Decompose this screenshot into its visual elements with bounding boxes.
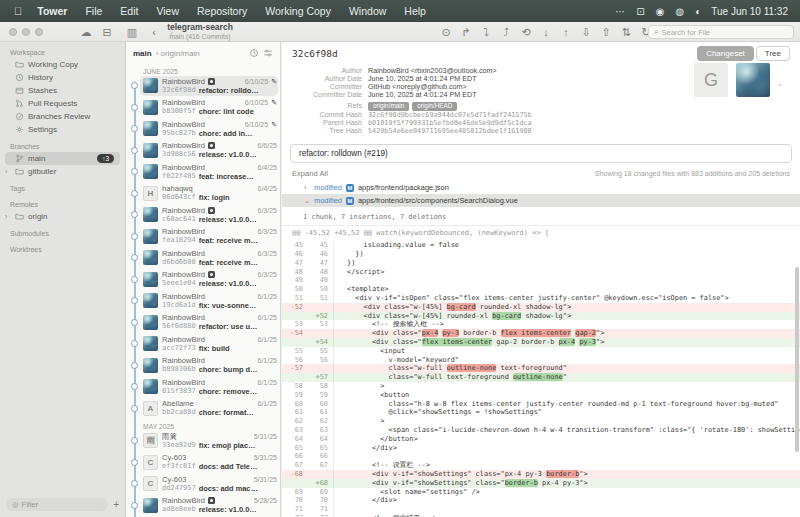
commit-row[interactable]: Hhahaqwq6/4/2506d643cffix: login bbox=[126, 183, 280, 205]
zoom-window-button[interactable] bbox=[35, 28, 43, 36]
commit-row[interactable]: RainbowBird6/10/25✎32c6f98drefactor: rol… bbox=[126, 75, 280, 97]
menu-tower[interactable]: Tower bbox=[28, 5, 76, 17]
diff-code bbox=[334, 276, 800, 285]
diff-line: +57 class="w-full text-foreground outlin… bbox=[282, 373, 800, 382]
commit-row[interactable]: CCy-6035/31/25ef3fc81fdocs: add Tele… bbox=[126, 452, 280, 474]
diff-line: 4646 }) bbox=[282, 250, 800, 259]
branch-main[interactable]: main↑3 bbox=[5, 152, 120, 165]
sidebar-item-working-copy[interactable]: Working Copy bbox=[0, 58, 125, 71]
tray-icon[interactable]: ⊟ bbox=[99, 24, 115, 40]
commit-row[interactable]: RainbowBird5/28/25ad8e8eebrelease: v1.0.… bbox=[126, 495, 280, 517]
commit-hash: c60ac641 bbox=[162, 215, 196, 224]
commit-row[interactable]: RainbowBird6/4/25f022f485feat: increase… bbox=[126, 161, 280, 183]
new-line-number: 50 bbox=[308, 285, 334, 294]
rebase-icon[interactable]: ⤴ bbox=[498, 24, 514, 40]
more-icon[interactable]: ⋯ bbox=[615, 6, 625, 17]
minimize-window-button[interactable] bbox=[22, 28, 30, 36]
old-line-number: 46 bbox=[282, 250, 308, 259]
menu-repository[interactable]: Repository bbox=[188, 5, 256, 17]
remote-origin[interactable]: ›origin bbox=[0, 210, 125, 223]
tree-tab[interactable]: Tree bbox=[756, 46, 790, 61]
checkout-icon[interactable]: ↱ bbox=[458, 24, 474, 40]
chevron-right-icon[interactable]: › bbox=[304, 184, 310, 191]
menu-working-copy[interactable]: Working Copy bbox=[256, 5, 340, 17]
commit-author: 雨篱 bbox=[162, 432, 177, 441]
commit-row[interactable]: RainbowBird6/3/25c60ac641release: v1.0.0… bbox=[126, 204, 280, 226]
commit-row[interactable]: RainbowBird6/1/2556f6d888refactor: use u… bbox=[126, 312, 280, 334]
commit-date: 5/31/25 bbox=[254, 475, 277, 484]
commit-row[interactable]: RainbowBird6/3/25d6bd6b08feat: receive m… bbox=[126, 247, 280, 269]
changed-file-row[interactable]: ›modifiedMapps/frontend/package.json bbox=[282, 181, 800, 194]
commit-author: RainbowBird bbox=[162, 378, 205, 387]
commit-row[interactable]: 雨雨篱5/31/2533ea92d9fix: emoji plac… bbox=[126, 430, 280, 452]
menu-file[interactable]: File bbox=[76, 5, 111, 17]
sidebar-item-stashes[interactable]: Stashes bbox=[0, 84, 125, 97]
sidebar-item-label: Settings bbox=[28, 125, 57, 134]
sidebar-item-pull-requests[interactable]: Pull Requests bbox=[0, 97, 125, 110]
changeset-tab[interactable]: Changeset bbox=[697, 46, 754, 61]
gear-icon bbox=[15, 125, 24, 134]
commit-message: feat: receive m… bbox=[199, 258, 258, 267]
sidebar-item-history[interactable]: History bbox=[0, 71, 125, 84]
diff-line: 5151 <div v-if="isOpen" class="flex item… bbox=[282, 294, 800, 303]
user-icon[interactable]: ◍ bbox=[675, 6, 684, 17]
diff-code: </div> bbox=[334, 444, 800, 453]
commit-date: 5/31/25 bbox=[254, 432, 277, 441]
sync-icon[interactable]: ⟲ bbox=[518, 24, 534, 40]
menubar-clock: Tue Jun 10 11:32 bbox=[711, 6, 788, 17]
commit-row[interactable]: RainbowBird6/6/253d988c56release: v1.0.0… bbox=[126, 140, 280, 162]
changed-file-row[interactable]: ⌄modifiedMapps/frontend/src/components/S… bbox=[282, 194, 800, 207]
breadcrumb-upstream[interactable]: › origin/main bbox=[156, 49, 245, 58]
record-icon[interactable]: ◉ bbox=[656, 6, 665, 17]
branch-chevron-icon[interactable]: › bbox=[5, 168, 11, 175]
diff-line: 6161 @click="showSettings = !showSetting… bbox=[282, 408, 800, 417]
add-button[interactable]: + bbox=[113, 499, 119, 510]
file-search-field[interactable]: ⌕ Search for File bbox=[648, 25, 794, 39]
commit-row[interactable]: RainbowBird6/1/25815f3837chore: remove… bbox=[126, 376, 280, 398]
commit-row[interactable]: RainbowBird6/1/2519cd6a1dfix: vue-sonne… bbox=[126, 290, 280, 312]
avatar-chevron-icon[interactable]: ⌄ bbox=[777, 80, 783, 88]
commit-row[interactable]: RainbowBird6/10/25✎b8300f5fchore: lint c… bbox=[126, 97, 280, 119]
branch-gitbutler[interactable]: ›gitbutler bbox=[0, 165, 125, 178]
stash-icon[interactable]: ⇩ bbox=[578, 24, 594, 40]
remote-chevron-icon[interactable]: › bbox=[5, 213, 11, 220]
sidebar-filter-input[interactable]: ◎ Filter bbox=[6, 498, 108, 511]
commit-row[interactable]: RainbowBird6/3/255eee1e84release: v1.0.0… bbox=[126, 269, 280, 291]
display-icon[interactable]: ⊡ bbox=[636, 6, 644, 17]
menu-edit[interactable]: Edit bbox=[111, 5, 147, 17]
commit-row[interactable]: CCy-6035/31/25dd247957docs: add mac… bbox=[126, 473, 280, 495]
commit-row[interactable]: AAbellame6/1/25bb2ca88dchore: format… bbox=[126, 398, 280, 420]
breadcrumb-branch[interactable]: main bbox=[133, 49, 152, 58]
menu-window[interactable]: Window bbox=[340, 5, 395, 17]
commit-hash: 5eee1e84 bbox=[162, 279, 196, 288]
graph-node-icon bbox=[131, 125, 138, 132]
scrollbar[interactable] bbox=[795, 267, 799, 452]
diff-line: 5959 <button bbox=[282, 391, 800, 400]
chevron-down-icon[interactable]: ⌄ bbox=[304, 197, 310, 205]
cloud-icon[interactable]: ☁ bbox=[78, 24, 94, 40]
commit-row[interactable]: RainbowBird6/10/25✎95bc827bchore: add in… bbox=[126, 118, 280, 140]
commit-hash: ef3fc81f bbox=[162, 462, 196, 471]
menu-view[interactable]: View bbox=[147, 5, 188, 17]
commit-icon[interactable]: ⊙ bbox=[438, 24, 454, 40]
branch-label: gitbutler bbox=[28, 167, 56, 176]
pop-icon[interactable]: ⇧ bbox=[598, 24, 614, 40]
meta-label: Refs bbox=[282, 102, 368, 110]
commit-row[interactable]: RainbowBird6/1/25acc72f73fix: build bbox=[126, 333, 280, 355]
history-clock-icon[interactable] bbox=[249, 48, 259, 58]
close-window-button[interactable] bbox=[9, 28, 17, 36]
list-options-icon[interactable] bbox=[263, 48, 273, 58]
commit-row[interactable]: RainbowBird6/3/25fea18294feat: receive m… bbox=[126, 226, 280, 248]
pull-icon[interactable]: ↓ bbox=[538, 24, 554, 40]
commit-row[interactable]: RainbowBird6/1/25b898306bchore: bump d… bbox=[126, 355, 280, 377]
sidebar-item-settings[interactable]: Settings bbox=[0, 123, 125, 136]
expand-all-button[interactable]: Expand All bbox=[292, 169, 328, 178]
merge-icon[interactable]: ⤵ bbox=[478, 24, 494, 40]
control-center-icon[interactable]: ◐ bbox=[695, 6, 701, 17]
push-icon[interactable]: ↑ bbox=[558, 24, 574, 40]
compare-icon[interactable]: ⇅ bbox=[618, 24, 634, 40]
menu-items: TowerFileEditViewRepositoryWorking CopyW… bbox=[28, 5, 435, 17]
apple-menu-icon[interactable]:  bbox=[12, 5, 28, 17]
menu-help[interactable]: Help bbox=[395, 5, 435, 17]
sidebar-item-branches-review[interactable]: Branches Review bbox=[0, 110, 125, 123]
